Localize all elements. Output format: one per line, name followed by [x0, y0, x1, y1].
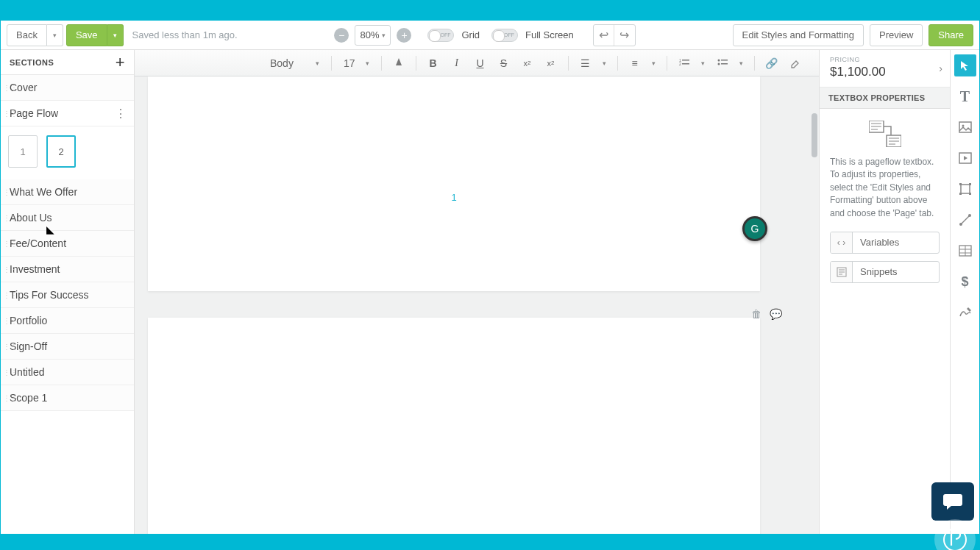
page-comment-button[interactable]: 💬 [769, 307, 782, 321]
page-2[interactable]: 🗑 💬 Click to add c... [148, 318, 760, 534]
drag-handle-icon[interactable]: ⋮⋮ [3, 268, 18, 271]
page-thumb-1[interactable]: 1 [8, 135, 38, 168]
save-button-group: Save ▾ [66, 24, 124, 46]
zoom-out-button[interactable]: − [334, 28, 349, 43]
drag-handle-icon[interactable]: ⋮⋮ [3, 319, 18, 323]
svg-rect-26 [959, 193, 962, 195]
chevron-right-icon: › [939, 63, 942, 74]
subscript-button[interactable]: x2 [518, 54, 537, 73]
image-tool[interactable] [954, 116, 976, 138]
top-toolbar: Back ▾ Save ▾ Saved less than 1m ago. − … [1, 21, 979, 50]
grammarly-widget[interactable]: G [742, 216, 767, 241]
undo-button[interactable]: ↩ [594, 25, 614, 46]
section-more-button[interactable]: ⋮ [115, 107, 127, 121]
section-item-what-we-offer[interactable]: ⋮⋮What We Offer [1, 179, 134, 205]
link-button[interactable]: 🔗 [762, 54, 781, 73]
editor-column: Body▾ 17▾ B I U S x2 x2 ☰ ▾ ≡ ▾ 12 [135, 50, 819, 534]
preview-button[interactable]: Preview [870, 24, 923, 46]
delete-page-button[interactable]: 🗑 [750, 307, 763, 321]
svg-rect-20 [959, 122, 971, 132]
bold-button[interactable]: B [424, 54, 443, 73]
section-item-fee-content[interactable]: ⋮⋮Fee/Content [1, 231, 134, 257]
page-1[interactable]: 1 [148, 76, 760, 291]
strikethrough-button[interactable]: S [494, 54, 514, 73]
font-size-dropdown[interactable]: 17▾ [339, 54, 374, 73]
svg-rect-1 [682, 60, 689, 61]
scrollbar-thumb[interactable] [812, 113, 817, 157]
section-item-tips-for-success[interactable]: ⋮⋮Tips For Success [1, 282, 134, 308]
text-style-dropdown[interactable]: Body▾ [266, 54, 324, 73]
section-item-untitled[interactable]: ⋮⋮Untitled [1, 360, 134, 385]
edit-styles-button[interactable]: Edit Styles and Formatting [733, 24, 864, 46]
drag-handle-icon[interactable]: ⋮⋮ [3, 293, 18, 297]
line-spacing-caret[interactable]: ▾ [600, 54, 610, 73]
italic-button[interactable]: I [447, 54, 466, 73]
save-dropdown[interactable]: ▾ [107, 24, 124, 46]
zoom-value-dropdown[interactable]: 80%▾ [355, 25, 391, 46]
drag-handle-icon[interactable]: ⋮⋮ [3, 112, 18, 115]
section-item-cover[interactable]: ⋮⋮Cover [1, 75, 134, 101]
page-tools: 🗑 💬 [750, 307, 782, 321]
underline-button[interactable]: U [471, 54, 490, 73]
shape-tool[interactable] [954, 178, 976, 200]
clear-format-button[interactable] [786, 54, 805, 73]
variables-button[interactable]: ‹ › Variables [830, 232, 940, 254]
bullet-list-button[interactable] [713, 54, 732, 73]
zoom-controls: − 80%▾ + [334, 25, 411, 46]
drag-handle-icon[interactable]: ⋮⋮ [3, 190, 18, 194]
snippets-button[interactable]: Snippets [830, 261, 940, 283]
format-toolbar: Body▾ 17▾ B I U S x2 x2 ☰ ▾ ≡ ▾ 12 [135, 50, 819, 76]
table-tool[interactable] [954, 240, 976, 262]
text-tool[interactable]: T [954, 85, 976, 107]
section-item-sign-off[interactable]: ⋮⋮Sign-Off [1, 334, 134, 360]
drag-handle-icon[interactable]: ⋮⋮ [3, 242, 18, 246]
svg-point-6 [717, 63, 720, 65]
page-thumb-2[interactable]: 2 [46, 135, 76, 168]
svg-rect-5 [721, 60, 728, 61]
bullet-list-caret[interactable]: ▾ [736, 54, 747, 73]
drag-handle-icon[interactable]: ⋮⋮ [3, 371, 18, 374]
save-button[interactable]: Save [66, 24, 107, 46]
textbox-icon [867, 119, 903, 149]
grid-toggle[interactable]: OFF [427, 29, 454, 42]
text-color-button[interactable] [389, 54, 408, 73]
drag-handle-icon[interactable]: ⋮⋮ [3, 396, 18, 400]
signature-tool[interactable] [954, 301, 976, 324]
drag-handle-icon[interactable]: ⋮⋮ [3, 216, 18, 220]
superscript-button[interactable]: x2 [542, 54, 561, 73]
save-status: Saved less than 1m ago. [132, 29, 238, 40]
line-tool[interactable] [954, 209, 976, 231]
pricing-tool[interactable]: $ [954, 271, 976, 293]
align-caret[interactable]: ▾ [649, 54, 659, 73]
drag-handle-icon[interactable]: ⋮⋮ [3, 86, 18, 90]
svg-rect-3 [682, 63, 689, 65]
svg-point-35 [944, 529, 966, 550]
section-item-portfolio[interactable]: ⋮⋮Portfolio [1, 308, 134, 334]
section-item-scope-1[interactable]: ⋮⋮Scope 1 [1, 385, 134, 411]
share-button[interactable]: Share [928, 24, 973, 46]
canvas-area[interactable]: 1 🗑 💬 Click to add c... G [135, 76, 819, 534]
section-item-about-us[interactable]: ⋮⋮About Us [1, 205, 134, 231]
line-spacing-button[interactable]: ☰ [576, 54, 595, 73]
drag-handle-icon[interactable]: ⋮⋮ [3, 345, 18, 349]
content-placeholder[interactable]: Click to add c... [148, 532, 760, 534]
fullscreen-toggle[interactable]: OFF [491, 29, 518, 42]
numbered-list-caret[interactable]: ▾ [698, 54, 709, 73]
add-section-button[interactable]: + [116, 53, 125, 72]
video-tool[interactable] [954, 147, 976, 169]
numbered-list-button[interactable]: 12 [675, 54, 694, 73]
align-button[interactable]: ≡ [625, 54, 645, 73]
section-item-page-flow[interactable]: ⋮⋮ Page Flow ⋮ [1, 101, 134, 126]
section-item-investment[interactable]: ⋮⋮Investment [1, 257, 134, 282]
properties-panel: PRICING $1,100.00 › TEXTBOX PROPERTIES T… [819, 50, 950, 534]
svg-line-28 [961, 215, 970, 224]
back-dropdown[interactable]: ▾ [47, 24, 63, 46]
chat-widget[interactable] [931, 482, 974, 521]
properties-description: This is a pageflow textbox. To adjust it… [830, 156, 940, 220]
pointer-tool[interactable] [954, 54, 976, 76]
back-button[interactable]: Back [7, 24, 47, 46]
svg-point-30 [968, 214, 971, 217]
zoom-in-button[interactable]: + [397, 28, 411, 43]
redo-button[interactable]: ↪ [614, 25, 635, 46]
pricing-block[interactable]: PRICING $1,100.00 › [820, 50, 950, 88]
